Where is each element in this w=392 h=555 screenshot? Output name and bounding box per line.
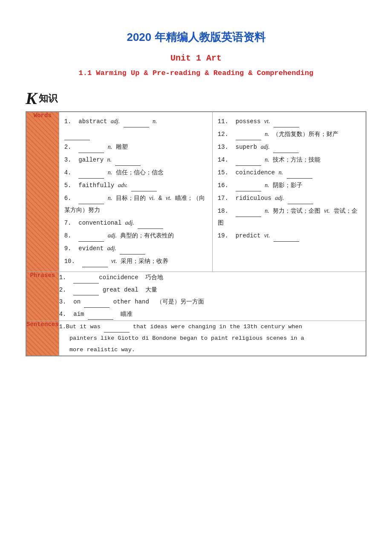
words-right-col: 11. possess vt. 12. n. （尤指复数）所有；财产 13. s… [213, 112, 366, 272]
knowledge-table: Words 1. abstract adj. n. 2. n. 雕塑 3. ga… [26, 111, 366, 356]
word-item-2: 2. n. 雕塑 [64, 141, 207, 153]
word-item-10: 10. vt. 采用；采纳；收养 [64, 255, 207, 267]
section-title: 1.1 Warming Up & Pre-reading & Reading &… [26, 69, 366, 77]
k-letter: K [26, 90, 37, 107]
word-item-3: 3. gallery n. [64, 154, 207, 166]
sentences-label: Sentences [26, 321, 59, 356]
sentences-row: Sentences 1.But it was that ideas were c… [26, 321, 366, 356]
phrases-content: 1. coincidence 巧合地 2. great deal 大量 3. o… [59, 272, 366, 321]
unit-title: Unit 1 Art [26, 53, 366, 63]
word-item-13: 13. superb adj. [218, 141, 360, 153]
words-left-col: 1. abstract adj. n. 2. n. 雕塑 3. gallery … [59, 112, 213, 272]
phrases-row: Phrases 1. coincidence 巧合地 2. great deal… [26, 272, 366, 321]
word-item-6: 6. n. 目标；目的 vi. & vt. 瞄准；（向某方向）努力 [64, 192, 207, 216]
k-header: K 知识 [26, 90, 366, 107]
word-item-14: 14. n. 技术；方法；技能 [218, 154, 360, 166]
words-row: Words 1. abstract adj. n. 2. n. 雕塑 3. ga… [26, 112, 366, 272]
phrase-item-2: 2. great deal 大量 [59, 284, 366, 296]
word-item-15: 15. coincidence n. [218, 167, 360, 179]
words-label: Words [26, 112, 59, 272]
word-item-1b [64, 128, 207, 140]
main-title: 2020 年精编人教版英语资料 [26, 30, 366, 45]
k-text: 知识 [39, 92, 58, 105]
phrase-item-4: 4. aim 瞄准 [59, 309, 366, 320]
phrases-label: Phrases [26, 272, 59, 321]
word-item-8: 8. adj. 典型的；有代表性的 [64, 230, 207, 242]
word-item-16: 16. n. 阴影；影子 [218, 179, 360, 191]
phrase-item-1: 1. coincidence 巧合地 [59, 272, 366, 283]
word-item-4: 4. n. 信任；信心；信念 [64, 167, 207, 179]
words-content: 1. abstract adj. n. 2. n. 雕塑 3. gallery … [59, 112, 366, 272]
word-item-9: 9. evident adj. [64, 243, 207, 254]
word-item-1: 1. abstract adj. n. [64, 116, 207, 127]
word-item-19: 19. predict vt. [218, 230, 360, 242]
word-item-17: 17. ridiculous adj. [218, 192, 360, 204]
word-item-7: 7. conventional adj. [64, 217, 207, 229]
word-item-12: 12. n. （尤指复数）所有；财产 [218, 128, 360, 140]
phrase-item-3: 3. on other hand （可是）另一方面 [59, 296, 366, 308]
word-item-18: 18. n. 努力；尝试；企图 vt. 尝试；企图 [218, 205, 360, 229]
sentence-item-1: 1.But it was that ideas were changing in… [59, 321, 366, 356]
word-item-11: 11. possess vt. [218, 116, 360, 127]
sentences-content: 1.But it was that ideas were changing in… [59, 321, 366, 356]
word-item-5: 5. faithfully adv. [64, 179, 207, 191]
